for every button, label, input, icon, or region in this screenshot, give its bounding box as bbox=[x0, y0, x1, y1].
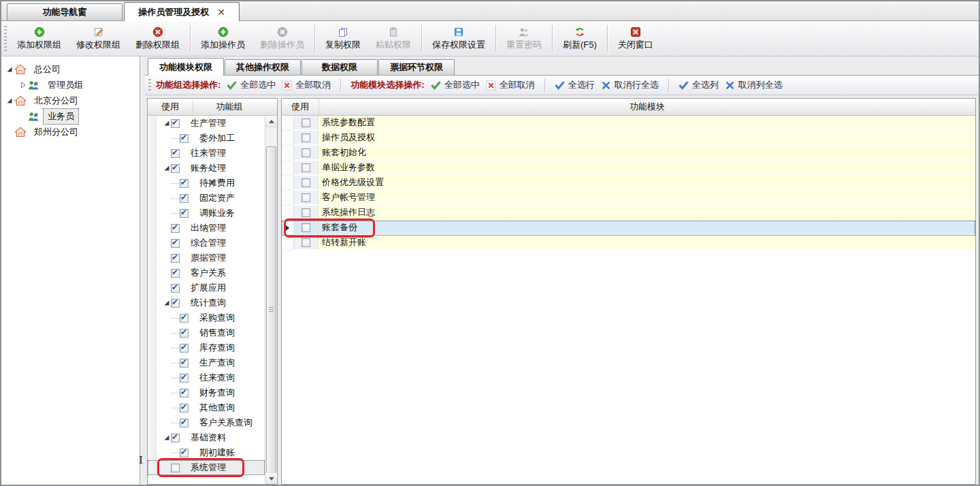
use-checkbox[interactable] bbox=[180, 419, 189, 427]
function-group-row[interactable]: 调账业务 bbox=[148, 206, 265, 221]
use-checkbox[interactable] bbox=[301, 238, 310, 247]
use-checkbox[interactable] bbox=[171, 254, 180, 263]
function-group-row[interactable]: 库存查询 bbox=[148, 340, 265, 355]
function-module-row[interactable]: 操作员及授权 bbox=[282, 131, 975, 146]
module-deselect-all-button[interactable]: 全部取消 bbox=[486, 79, 535, 91]
function-group-row[interactable]: 账务处理 bbox=[148, 161, 265, 176]
refresh-button[interactable]: 刷新(F5) bbox=[555, 22, 604, 54]
use-checkbox[interactable] bbox=[301, 193, 310, 202]
function-group-row[interactable]: 待摊费用 bbox=[148, 176, 265, 191]
tree-item-zhengzhou-branch[interactable]: 郑州分公司 bbox=[1, 124, 140, 140]
modify-permission-group-button[interactable]: 修改权限组 bbox=[69, 22, 128, 54]
use-checkbox[interactable] bbox=[301, 133, 310, 142]
function-group-row[interactable]: 往来查询 bbox=[148, 370, 265, 385]
function-group-row[interactable]: 其他查询 bbox=[148, 400, 265, 415]
function-group-row[interactable]: 系统管理 bbox=[148, 460, 265, 475]
vertical-scrollbar[interactable] bbox=[265, 116, 277, 484]
tree-item-admin-group[interactable]: 管理员组 bbox=[1, 77, 140, 93]
toolbar-grip[interactable] bbox=[4, 26, 7, 51]
tree-expanded-icon[interactable] bbox=[162, 120, 171, 127]
paste-permissions-button[interactable]: 粘贴权限 bbox=[368, 22, 419, 54]
tab-function-module-permissions[interactable]: 功能模块权限 bbox=[148, 58, 224, 76]
tree-expanded-icon[interactable] bbox=[4, 66, 14, 73]
selection-toolbar-grip[interactable] bbox=[148, 79, 151, 91]
function-module-row[interactable]: 账套初始化 bbox=[282, 146, 975, 161]
tab-other-operation-permissions[interactable]: 其他操作权限 bbox=[225, 59, 301, 75]
module-select-all-button[interactable]: 全部选中 bbox=[431, 79, 480, 91]
use-checkbox[interactable] bbox=[180, 314, 189, 323]
select-all-columns-button[interactable]: 全选列 bbox=[679, 79, 719, 91]
tab-operator-management[interactable]: 操作员管理及授权 ✕ bbox=[124, 2, 240, 21]
use-checkbox[interactable] bbox=[180, 404, 189, 412]
use-checkbox[interactable] bbox=[301, 118, 310, 127]
use-checkbox[interactable] bbox=[171, 434, 180, 442]
tree-expanded-icon[interactable] bbox=[162, 165, 171, 172]
tab-data-permissions[interactable]: 数据权限 bbox=[301, 59, 378, 75]
tree-item-sales-group[interactable]: 业务员 bbox=[1, 108, 140, 124]
scroll-down-arrow-icon[interactable] bbox=[265, 472, 277, 484]
function-group-row[interactable]: 统计查询 bbox=[148, 295, 265, 310]
use-checkbox[interactable] bbox=[171, 269, 180, 278]
function-group-row[interactable]: 出纳管理 bbox=[148, 221, 265, 236]
scroll-up-arrow-icon[interactable] bbox=[265, 116, 277, 127]
close-window-button[interactable]: 关闭窗口 bbox=[610, 22, 661, 54]
use-checkbox[interactable] bbox=[180, 194, 189, 203]
function-group-row[interactable]: 固定资产 bbox=[148, 191, 265, 206]
use-checkbox[interactable] bbox=[180, 359, 189, 368]
group-deselect-all-button[interactable]: 全部取消 bbox=[282, 79, 331, 91]
tree-expanded-icon[interactable] bbox=[4, 97, 14, 104]
use-checkbox[interactable] bbox=[180, 449, 189, 457]
use-checkbox[interactable] bbox=[171, 224, 180, 233]
function-module-row[interactable]: 客户帐号管理 bbox=[282, 191, 975, 206]
function-module-row[interactable]: 系统参数配置 bbox=[282, 116, 975, 131]
function-module-row[interactable]: 账套备份 bbox=[282, 221, 975, 236]
tree-item-head-office[interactable]: 总公司 bbox=[1, 61, 140, 77]
use-checkbox[interactable] bbox=[180, 179, 189, 188]
use-checkbox[interactable] bbox=[180, 329, 189, 338]
use-checkbox[interactable] bbox=[301, 223, 310, 232]
use-checkbox[interactable] bbox=[171, 299, 180, 308]
use-checkbox[interactable] bbox=[171, 149, 180, 158]
save-permission-settings-button[interactable]: 保存权限设置 bbox=[425, 22, 493, 54]
use-checkbox[interactable] bbox=[180, 134, 189, 143]
function-group-row[interactable]: 扩展应用 bbox=[148, 280, 265, 295]
function-group-row[interactable]: 综合管理 bbox=[148, 236, 265, 250]
use-checkbox[interactable] bbox=[180, 389, 189, 398]
use-checkbox[interactable] bbox=[171, 239, 180, 248]
use-checkbox[interactable] bbox=[171, 284, 180, 293]
deselect-all-rows-button[interactable]: 取消行全选 bbox=[601, 79, 659, 91]
use-checkbox[interactable] bbox=[171, 464, 180, 472]
function-module-row[interactable]: 单据业务参数 bbox=[282, 161, 975, 176]
deselect-all-columns-button[interactable]: 取消列全选 bbox=[725, 79, 783, 91]
function-group-row[interactable]: 生产管理 bbox=[148, 116, 265, 131]
use-checkbox[interactable] bbox=[301, 178, 310, 187]
function-module-row[interactable]: 系统操作日志 bbox=[282, 206, 975, 221]
tree-expanded-icon[interactable] bbox=[162, 434, 171, 441]
function-group-row[interactable]: 客户关系查询 bbox=[148, 415, 265, 430]
reset-password-button[interactable]: 重置密码 bbox=[499, 22, 549, 54]
tree-collapsed-icon[interactable] bbox=[18, 82, 28, 88]
function-group-row[interactable]: 生产查询 bbox=[148, 355, 265, 370]
use-checkbox[interactable] bbox=[171, 164, 180, 173]
function-group-row[interactable]: 委外加工 bbox=[148, 131, 265, 146]
function-group-row[interactable]: 销售查询 bbox=[148, 325, 265, 340]
use-checkbox[interactable] bbox=[301, 148, 310, 157]
use-checkbox[interactable] bbox=[180, 209, 189, 218]
group-select-all-button[interactable]: 全部选中 bbox=[227, 79, 276, 91]
function-group-row[interactable]: 客户关系 bbox=[148, 265, 265, 280]
tree-expanded-icon[interactable] bbox=[162, 299, 171, 306]
use-checkbox[interactable] bbox=[180, 344, 189, 353]
add-operator-button[interactable]: 添加操作员 bbox=[193, 22, 252, 54]
function-group-row[interactable]: 财务查询 bbox=[148, 385, 265, 400]
tab-function-nav[interactable]: 功能导航窗 bbox=[7, 3, 122, 20]
close-tab-icon[interactable]: ✕ bbox=[217, 7, 225, 18]
function-group-row[interactable]: 采购查询 bbox=[148, 310, 265, 325]
tab-bill-stage-permissions[interactable]: 票据环节权限 bbox=[378, 59, 455, 75]
function-group-row[interactable]: 票据管理 bbox=[148, 250, 265, 265]
delete-permission-group-button[interactable]: 删除权限组 bbox=[128, 22, 187, 54]
use-checkbox[interactable] bbox=[301, 163, 310, 172]
function-group-row[interactable]: 期初建账 bbox=[148, 445, 265, 460]
function-module-row[interactable]: 结转新开账 bbox=[282, 236, 975, 250]
delete-operator-button[interactable]: 删除操作员 bbox=[252, 22, 312, 54]
function-group-row[interactable]: 基础资料 bbox=[148, 430, 265, 445]
